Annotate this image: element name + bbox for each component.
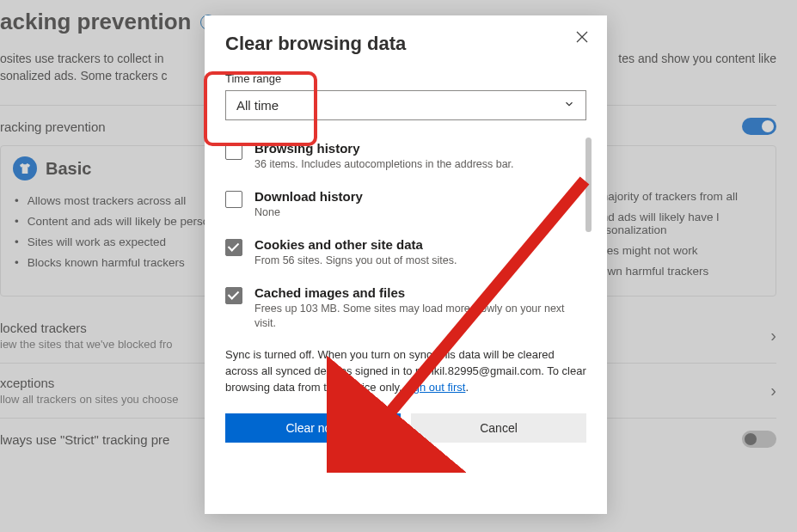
item-title: Download history	[254, 189, 586, 204]
exceptions-label: xceptions	[0, 376, 178, 390]
item-title: Cookies and other site data	[254, 237, 586, 252]
checkbox-browsing-history[interactable]	[225, 143, 242, 160]
checkbox-cookies[interactable]	[225, 239, 242, 256]
page-title-text: acking prevention	[0, 9, 192, 35]
time-range-value: All time	[236, 98, 279, 113]
time-range-label: Time range	[225, 72, 586, 85]
item-browsing-history[interactable]: Browsing history 36 items. Includes auto…	[225, 141, 586, 172]
item-title: Browsing history	[254, 141, 586, 156]
chevron-right-icon: ›	[770, 381, 776, 401]
exceptions-sub: llow all trackers on sites you choose	[0, 393, 178, 406]
always-strict-label: lways use "Strict" tracking pre	[0, 432, 169, 447]
close-icon	[574, 29, 590, 45]
time-range-dropdown[interactable]: All time	[225, 90, 586, 120]
item-cached[interactable]: Cached images and files Frees up 103 MB.…	[225, 285, 586, 331]
scrollbar[interactable]	[585, 138, 592, 232]
chevron-down-icon	[563, 98, 575, 113]
blocked-trackers-label: locked trackers	[0, 321, 172, 335]
sign-out-link[interactable]: sign out first	[405, 381, 465, 394]
tracking-prevention-toggle[interactable]	[742, 118, 776, 135]
sync-note: Sync is turned off. When you turn on syn…	[225, 347, 586, 396]
item-sub: Frees up 103 MB. Some sites may load mor…	[254, 302, 586, 331]
chevron-right-icon: ›	[770, 326, 776, 345]
item-sub: None	[254, 205, 586, 220]
item-cookies[interactable]: Cookies and other site data From 56 site…	[225, 237, 586, 268]
checkbox-download-history[interactable]	[225, 191, 242, 208]
blocked-trackers-sub: iew the sites that we've blocked fro	[0, 338, 172, 351]
always-strict-toggle[interactable]	[742, 431, 776, 448]
item-download-history[interactable]: Download history None	[225, 189, 586, 220]
dialog-title: Clear browsing data	[225, 33, 586, 55]
clear-browsing-data-dialog: Clear browsing data Time range All time …	[205, 15, 607, 514]
card-basic-title: Basic	[46, 159, 91, 179]
data-types-list: Browsing history 36 items. Includes auto…	[225, 141, 586, 330]
shirt-icon	[13, 156, 37, 180]
tracking-prevention-label: racking prevention	[0, 119, 106, 134]
close-button[interactable]	[574, 29, 590, 48]
cancel-button[interactable]: Cancel	[411, 413, 586, 443]
clear-now-button[interactable]: Clear now	[225, 413, 401, 443]
item-sub: From 56 sites. Signs you out of most sit…	[254, 254, 586, 268]
checkbox-cached[interactable]	[225, 287, 242, 304]
item-title: Cached images and files	[254, 285, 586, 300]
item-sub: 36 items. Includes autocompletions in th…	[254, 157, 586, 172]
